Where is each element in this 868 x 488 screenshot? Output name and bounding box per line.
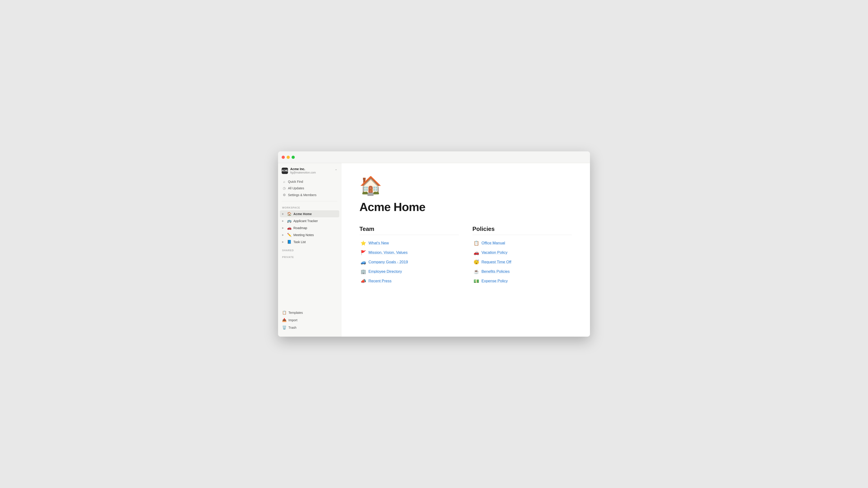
main-content: 🏠 Acme Home Team ⭐ What's New 🚩 Mission,… bbox=[341, 163, 590, 337]
link-benefits-policies[interactable]: ☕ Benefits Policies bbox=[472, 267, 572, 276]
workspace-text: Acme Inc. fig@makenotion.com bbox=[290, 167, 316, 174]
chevron-right-icon: ▶ bbox=[282, 220, 285, 222]
sidebar-item-label: Acme Home bbox=[293, 212, 337, 216]
link-text: What's New bbox=[368, 241, 389, 246]
chevron-right-icon: ▶ bbox=[282, 240, 285, 243]
link-text: Company Goals - 2019 bbox=[368, 260, 408, 264]
sidebar-item-label: Import bbox=[288, 318, 298, 322]
policies-link-list: 📋 Office Manual 🚗 Vacation Policy 😴 Requ… bbox=[472, 238, 572, 286]
sidebar-item-roadmap[interactable]: ▶ 🚗 Roadmap bbox=[280, 224, 339, 231]
link-vacation-policy[interactable]: 🚗 Vacation Policy bbox=[472, 248, 572, 257]
link-text: Employee Directory bbox=[368, 269, 402, 274]
sidebar-item-label: All Updates bbox=[288, 186, 304, 190]
chevron-right-icon: ▶ bbox=[282, 227, 285, 229]
app-window: ACME Acme Inc. fig@makenotion.com ⌃ ⌕ Qu… bbox=[278, 151, 590, 337]
workspace-section-label: WORKSPACE bbox=[278, 203, 341, 210]
link-mission-vision[interactable]: 🚩 Mission, Vision, Values bbox=[360, 248, 459, 257]
page-title: Acme Home bbox=[360, 200, 572, 214]
link-whats-new[interactable]: ⭐ What's New bbox=[360, 238, 459, 248]
sidebar: ACME Acme Inc. fig@makenotion.com ⌃ ⌕ Qu… bbox=[278, 163, 341, 337]
link-company-goals[interactable]: 🚙 Company Goals - 2019 bbox=[360, 258, 459, 267]
sidebar-item-import[interactable]: 📥 Import bbox=[280, 316, 339, 324]
sidebar-item-label: Quick Find bbox=[288, 180, 303, 184]
titlebar bbox=[278, 151, 590, 163]
link-recent-press[interactable]: 📣 Recent Press bbox=[360, 276, 459, 286]
sidebar-item-label: Applicant Tracker bbox=[293, 219, 337, 223]
page-icon: 🏠 bbox=[360, 177, 572, 195]
chevron-right-icon: ▶ bbox=[282, 234, 285, 236]
applicant-tracker-emoji: 🚌 bbox=[287, 219, 291, 223]
sidebar-item-all-updates[interactable]: ◷ All Updates bbox=[280, 185, 339, 192]
task-list-emoji: 📘 bbox=[287, 240, 291, 244]
chevron-right-icon: ▶ bbox=[282, 213, 285, 215]
sidebar-item-quick-find[interactable]: ⌕ Quick Find bbox=[280, 178, 339, 185]
link-expense-policy[interactable]: 💵 Expense Policy bbox=[472, 276, 572, 286]
import-icon: 📥 bbox=[282, 318, 287, 322]
link-text: Expense Policy bbox=[482, 279, 508, 283]
policies-column: Policies 📋 Office Manual 🚗 Vacation Poli… bbox=[472, 225, 572, 286]
sidebar-item-trash[interactable]: 🗑️ Trash bbox=[280, 324, 339, 331]
content-grid: Team ⭐ What's New 🚩 Mission, Vision, Val… bbox=[360, 225, 572, 286]
traffic-lights bbox=[282, 156, 295, 159]
maximize-button[interactable] bbox=[291, 156, 295, 159]
trash-icon: 🗑️ bbox=[282, 325, 287, 330]
policies-column-title: Policies bbox=[472, 225, 572, 235]
sidebar-divider bbox=[282, 201, 338, 201]
link-text: Benefits Policies bbox=[482, 269, 510, 274]
workspace-chevron-icon[interactable]: ⌃ bbox=[335, 168, 338, 173]
sidebar-item-label: Roadmap bbox=[293, 226, 337, 230]
link-text: Vacation Policy bbox=[482, 250, 507, 255]
workspace-info: ACME Acme Inc. fig@makenotion.com bbox=[282, 167, 316, 174]
private-section-label: PRIVATE bbox=[278, 253, 341, 259]
minimize-button[interactable] bbox=[287, 156, 290, 159]
app-body: ACME Acme Inc. fig@makenotion.com ⌃ ⌕ Qu… bbox=[278, 163, 590, 337]
gear-icon: ⚙ bbox=[282, 193, 286, 197]
team-column-title: Team bbox=[360, 225, 459, 235]
link-text: Office Manual bbox=[482, 241, 505, 246]
sidebar-item-meeting-notes[interactable]: ▶ ✏️ Meeting Notes bbox=[280, 231, 339, 238]
workspace-logo: ACME bbox=[282, 168, 288, 174]
sidebar-nav: ⌕ Quick Find ◷ All Updates ⚙ Settings & … bbox=[278, 177, 341, 199]
sidebar-item-label: Task List bbox=[293, 240, 337, 244]
sidebar-item-task-list[interactable]: ▶ 📘 Task List bbox=[280, 238, 339, 246]
sidebar-bottom: 📋 Templates 📥 Import 🗑️ Trash bbox=[278, 307, 341, 332]
workspace-name: Acme Inc. bbox=[290, 167, 316, 171]
search-icon: ⌕ bbox=[282, 180, 286, 184]
sidebar-item-label: Templates bbox=[288, 311, 303, 315]
sidebar-item-label: Trash bbox=[288, 326, 296, 329]
sidebar-item-acme-home[interactable]: ▶ 🏠 Acme Home bbox=[280, 210, 339, 217]
clock-icon: ◷ bbox=[282, 186, 286, 190]
workspace-email: fig@makenotion.com bbox=[290, 171, 316, 174]
link-text: Mission, Vision, Values bbox=[368, 250, 408, 255]
roadmap-emoji: 🚗 bbox=[287, 226, 291, 230]
sidebar-item-label: Settings & Members bbox=[288, 193, 316, 197]
sidebar-item-templates[interactable]: 📋 Templates bbox=[280, 309, 339, 316]
team-column: Team ⭐ What's New 🚩 Mission, Vision, Val… bbox=[360, 225, 459, 286]
meeting-notes-emoji: ✏️ bbox=[287, 233, 291, 237]
sidebar-item-settings[interactable]: ⚙ Settings & Members bbox=[280, 192, 339, 198]
link-text: Recent Press bbox=[368, 279, 392, 283]
team-link-list: ⭐ What's New 🚩 Mission, Vision, Values 🚙… bbox=[360, 238, 459, 286]
shared-section-label: SHARED bbox=[278, 246, 341, 253]
link-employee-directory[interactable]: 🏢 Employee Directory bbox=[360, 267, 459, 276]
acme-home-emoji: 🏠 bbox=[287, 212, 291, 216]
sidebar-item-label: Meeting Notes bbox=[293, 233, 337, 237]
workspace-header[interactable]: ACME Acme Inc. fig@makenotion.com ⌃ bbox=[278, 163, 341, 177]
link-request-time-off[interactable]: 😴 Request Time Off bbox=[472, 258, 572, 267]
workspace-items: ▶ 🏠 Acme Home ▶ 🚌 Applicant Tracker ▶ 🚗 … bbox=[278, 210, 341, 246]
close-button[interactable] bbox=[282, 156, 285, 159]
link-text: Request Time Off bbox=[482, 260, 511, 264]
sidebar-item-applicant-tracker[interactable]: ▶ 🚌 Applicant Tracker bbox=[280, 217, 339, 224]
templates-icon: 📋 bbox=[282, 311, 287, 315]
link-office-manual[interactable]: 📋 Office Manual bbox=[472, 238, 572, 248]
